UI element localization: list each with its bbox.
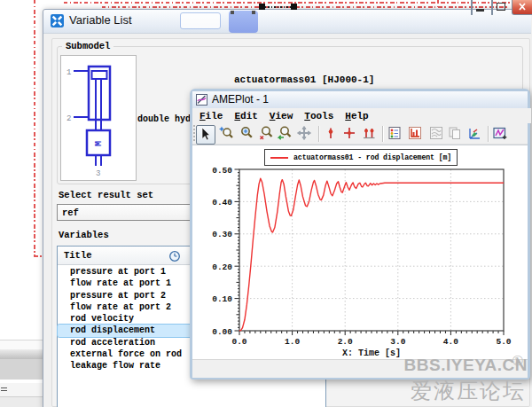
add-cursor-button[interactable] (323, 125, 340, 143)
background-window-bar (0, 396, 43, 407)
plot-canvas[interactable]: 0.01.02.03.04.05.00.000.100.200.300.400.… (192, 145, 528, 359)
background-window-bar (0, 383, 43, 396)
toolbar-separator (382, 126, 384, 142)
selection-dash-line-top2 (102, 6, 508, 8)
sort-by-time-clock-icon[interactable] (168, 250, 181, 262)
svg-text:1.0: 1.0 (285, 337, 300, 347)
ameplot-menubar: FileEditViewToolsHelp (192, 108, 531, 123)
contour-mode-button[interactable] (428, 125, 446, 143)
toolbar-grip (193, 125, 195, 143)
svg-text:0.50: 0.50 (212, 166, 232, 176)
submodel-icon-box: M 1 2 3 (60, 55, 137, 181)
plot-legend[interactable]: actuatormass01 - rod displacement [m] (264, 149, 458, 166)
zoom-in-button[interactable] (239, 125, 256, 143)
add-two-cursors-button[interactable] (361, 125, 379, 143)
variable-list-title: Variable List (69, 13, 132, 27)
new-plot-window-button[interactable] (492, 125, 510, 143)
variable-list-icon (51, 14, 64, 27)
svg-text:5.0: 5.0 (496, 337, 511, 347)
legend-line-sample (270, 157, 288, 159)
close-icon (512, 0, 532, 14)
zoom-out-button[interactable] (258, 125, 276, 143)
selection-handle[interactable] (259, 4, 265, 10)
svg-text:4.0: 4.0 (443, 337, 458, 347)
histogram-mode-button[interactable] (407, 125, 425, 143)
hydraulic-jack-icon: M 1 2 3 (61, 56, 134, 178)
watermark-forum-name: 爱液压论坛 (381, 377, 526, 405)
selection-dotted-segment (265, 6, 292, 8)
selection-handle[interactable] (291, 4, 297, 10)
toolbar-separator (488, 126, 489, 142)
menu-view[interactable]: View (266, 110, 301, 122)
menu-edit[interactable]: Edit (231, 110, 265, 122)
zoom-previous-button[interactable] (277, 125, 294, 143)
svg-text:M: M (94, 141, 104, 146)
background-window-bar (0, 349, 43, 359)
desktop: Variable List Submodel M 1 2 3 double hy… (0, 0, 532, 407)
add-cross-cursor-button[interactable] (341, 125, 359, 143)
ameplot-toolbar (192, 123, 528, 145)
svg-text:0.0: 0.0 (231, 337, 246, 347)
svg-text:3.0: 3.0 (390, 337, 405, 347)
toolbar-separator (318, 126, 320, 142)
minimize-button[interactable] (471, 0, 473, 15)
menu-tools[interactable]: Tools (301, 110, 341, 122)
plot-manager-button[interactable] (387, 125, 404, 143)
select-cursor-button[interactable] (196, 125, 215, 145)
maximize-icon (497, 3, 505, 11)
submodel-instance-title: actuatormass01 [HJ000-1] (234, 74, 374, 85)
sketch-component (229, 11, 258, 33)
menu-file[interactable]: File (196, 110, 231, 122)
maximize-button[interactable] (491, 0, 493, 15)
copy-page-button[interactable] (447, 125, 465, 143)
svg-text:0.30: 0.30 (212, 230, 232, 239)
ameplot-icon (196, 94, 207, 106)
submodel-description: double hydr (137, 114, 192, 124)
pan-button[interactable] (296, 125, 314, 143)
svg-text:0.40: 0.40 (212, 198, 232, 207)
menu-grip-icon (1, 387, 7, 393)
minimize-icon (476, 9, 484, 12)
selection-dash-line-top (64, 2, 514, 4)
port-label-2: 2 (66, 114, 71, 123)
selection-dash-line-left (34, 0, 35, 256)
watermark-badge: ① (512, 353, 523, 369)
port-label-3: 3 (96, 169, 100, 178)
sketch-component-ghost (180, 12, 221, 29)
svg-text:2.0: 2.0 (338, 337, 353, 347)
watermark-site: BBS.IYEYA.CN (381, 356, 528, 375)
close-button[interactable] (512, 0, 532, 15)
submodel-group-label: Submodel (62, 41, 113, 51)
variables-section-label: Variables (59, 230, 109, 240)
plot-3d-button[interactable] (466, 125, 484, 143)
ameplot-title: AMEPlot - 1 (212, 93, 269, 106)
result-set-label: Select result set (59, 190, 153, 200)
legend-label: actuatormass01 - rod displacement [m] (293, 153, 451, 161)
zoom-dynamic-button[interactable] (218, 125, 236, 143)
background-window-bar (0, 359, 43, 380)
port-label-1: 1 (66, 68, 71, 77)
menu-help[interactable]: Help (341, 110, 376, 122)
svg-text:0.20: 0.20 (212, 262, 232, 272)
svg-text:0.10: 0.10 (212, 294, 232, 304)
svg-text:0.00: 0.00 (212, 327, 232, 337)
